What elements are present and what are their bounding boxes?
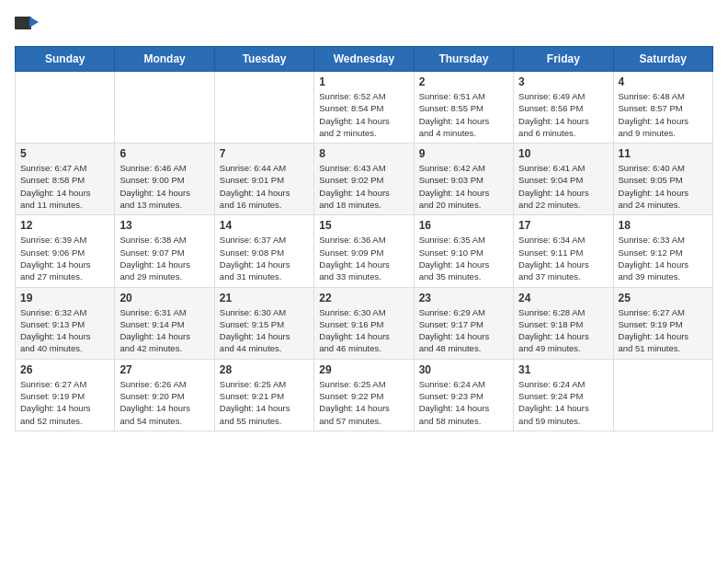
calendar-row-0: 1Sunrise: 6:52 AM Sunset: 8:54 PM Daylig… xyxy=(16,72,713,144)
calendar-row-2: 12Sunrise: 6:39 AM Sunset: 9:06 PM Dayli… xyxy=(16,215,713,287)
day-number: 17 xyxy=(518,219,608,232)
calendar-cell-0-0 xyxy=(16,72,115,144)
day-info: Sunrise: 6:32 AM Sunset: 9:13 PM Dayligh… xyxy=(20,306,109,355)
day-number: 4 xyxy=(619,75,708,88)
day-info: Sunrise: 6:44 AM Sunset: 9:01 PM Dayligh… xyxy=(220,162,309,211)
day-info: Sunrise: 6:28 AM Sunset: 9:18 PM Dayligh… xyxy=(518,306,608,355)
calendar-cell-3-0: 19Sunrise: 6:32 AM Sunset: 9:13 PM Dayli… xyxy=(16,287,115,359)
day-number: 31 xyxy=(518,363,608,376)
calendar-row-3: 19Sunrise: 6:32 AM Sunset: 9:13 PM Dayli… xyxy=(16,287,713,359)
day-info: Sunrise: 6:27 AM Sunset: 9:19 PM Dayligh… xyxy=(20,378,109,427)
svg-rect-0 xyxy=(15,17,31,29)
day-number: 9 xyxy=(419,147,508,160)
day-number: 11 xyxy=(619,147,708,160)
weekday-header-wednesday: Wednesday xyxy=(314,47,414,72)
day-info: Sunrise: 6:24 AM Sunset: 9:24 PM Dayligh… xyxy=(518,378,608,427)
calendar-cell-4-1: 27Sunrise: 6:26 AM Sunset: 9:20 PM Dayli… xyxy=(115,359,214,431)
calendar-cell-3-1: 20Sunrise: 6:31 AM Sunset: 9:14 PM Dayli… xyxy=(115,287,214,359)
calendar-row-4: 26Sunrise: 6:27 AM Sunset: 9:19 PM Dayli… xyxy=(16,359,713,431)
day-info: Sunrise: 6:25 AM Sunset: 9:21 PM Dayligh… xyxy=(220,378,309,427)
day-info: Sunrise: 6:35 AM Sunset: 9:10 PM Dayligh… xyxy=(419,234,508,282)
calendar-cell-3-2: 21Sunrise: 6:30 AM Sunset: 9:15 PM Dayli… xyxy=(214,287,313,359)
calendar-cell-1-2: 7Sunrise: 6:44 AM Sunset: 9:01 PM Daylig… xyxy=(214,144,313,215)
weekday-header-thursday: Thursday xyxy=(414,47,513,72)
day-number: 24 xyxy=(518,292,608,304)
weekday-header-row: SundayMondayTuesdayWednesdayThursdayFrid… xyxy=(16,47,713,72)
calendar-cell-2-1: 13Sunrise: 6:38 AM Sunset: 9:07 PM Dayli… xyxy=(115,215,214,287)
calendar-cell-3-6: 25Sunrise: 6:27 AM Sunset: 9:19 PM Dayli… xyxy=(613,287,712,359)
day-number: 8 xyxy=(319,147,408,160)
day-number: 21 xyxy=(220,292,309,304)
weekday-header-monday: Monday xyxy=(115,47,214,72)
calendar-cell-1-3: 8Sunrise: 6:43 AM Sunset: 9:02 PM Daylig… xyxy=(314,144,414,215)
calendar-cell-2-2: 14Sunrise: 6:37 AM Sunset: 9:08 PM Dayli… xyxy=(214,215,313,287)
logo xyxy=(15,15,44,35)
day-number: 12 xyxy=(20,219,109,232)
weekday-header-sunday: Sunday xyxy=(16,47,115,72)
day-info: Sunrise: 6:51 AM Sunset: 8:55 PM Dayligh… xyxy=(419,90,508,139)
weekday-header-saturday: Saturday xyxy=(613,47,712,72)
page-header xyxy=(15,15,713,35)
day-number: 30 xyxy=(419,363,508,376)
calendar-cell-4-5: 31Sunrise: 6:24 AM Sunset: 9:24 PM Dayli… xyxy=(514,359,613,431)
day-info: Sunrise: 6:48 AM Sunset: 8:57 PM Dayligh… xyxy=(619,90,708,139)
day-info: Sunrise: 6:39 AM Sunset: 9:06 PM Dayligh… xyxy=(20,234,109,282)
day-number: 18 xyxy=(619,219,708,232)
calendar-cell-0-6: 4Sunrise: 6:48 AM Sunset: 8:57 PM Daylig… xyxy=(613,72,712,144)
day-number: 19 xyxy=(20,292,109,304)
day-info: Sunrise: 6:52 AM Sunset: 8:54 PM Dayligh… xyxy=(319,90,408,139)
day-info: Sunrise: 6:24 AM Sunset: 9:23 PM Dayligh… xyxy=(419,378,508,427)
day-number: 13 xyxy=(119,219,209,232)
day-info: Sunrise: 6:38 AM Sunset: 9:07 PM Dayligh… xyxy=(119,234,209,282)
calendar-cell-0-4: 2Sunrise: 6:51 AM Sunset: 8:55 PM Daylig… xyxy=(414,72,513,144)
day-number: 15 xyxy=(319,219,408,232)
day-info: Sunrise: 6:36 AM Sunset: 9:09 PM Dayligh… xyxy=(319,234,408,282)
day-info: Sunrise: 6:42 AM Sunset: 9:03 PM Dayligh… xyxy=(419,162,508,211)
svg-marker-1 xyxy=(29,17,39,28)
calendar-cell-1-5: 10Sunrise: 6:41 AM Sunset: 9:04 PM Dayli… xyxy=(514,144,613,215)
day-info: Sunrise: 6:30 AM Sunset: 9:15 PM Dayligh… xyxy=(220,306,309,355)
calendar-cell-0-5: 3Sunrise: 6:49 AM Sunset: 8:56 PM Daylig… xyxy=(514,72,613,144)
weekday-header-friday: Friday xyxy=(514,47,613,72)
weekday-header-tuesday: Tuesday xyxy=(214,47,313,72)
logo-icon xyxy=(15,15,40,35)
day-number: 5 xyxy=(20,147,109,160)
calendar-cell-2-3: 15Sunrise: 6:36 AM Sunset: 9:09 PM Dayli… xyxy=(314,215,414,287)
calendar-cell-4-2: 28Sunrise: 6:25 AM Sunset: 9:21 PM Dayli… xyxy=(214,359,313,431)
calendar-cell-3-4: 23Sunrise: 6:29 AM Sunset: 9:17 PM Dayli… xyxy=(414,287,513,359)
day-info: Sunrise: 6:27 AM Sunset: 9:19 PM Dayligh… xyxy=(619,306,708,355)
day-number: 23 xyxy=(419,292,508,304)
calendar-cell-1-6: 11Sunrise: 6:40 AM Sunset: 9:05 PM Dayli… xyxy=(613,144,712,215)
day-number: 10 xyxy=(518,147,608,160)
day-number: 27 xyxy=(119,363,209,376)
day-number: 26 xyxy=(20,363,109,376)
calendar-cell-4-4: 30Sunrise: 6:24 AM Sunset: 9:23 PM Dayli… xyxy=(414,359,513,431)
day-info: Sunrise: 6:46 AM Sunset: 9:00 PM Dayligh… xyxy=(119,162,209,211)
day-number: 14 xyxy=(220,219,309,232)
day-info: Sunrise: 6:37 AM Sunset: 9:08 PM Dayligh… xyxy=(220,234,309,282)
calendar-cell-4-0: 26Sunrise: 6:27 AM Sunset: 9:19 PM Dayli… xyxy=(16,359,115,431)
calendar-cell-3-3: 22Sunrise: 6:30 AM Sunset: 9:16 PM Dayli… xyxy=(314,287,414,359)
day-number: 25 xyxy=(619,292,708,304)
day-info: Sunrise: 6:43 AM Sunset: 9:02 PM Dayligh… xyxy=(319,162,408,211)
day-number: 1 xyxy=(319,75,408,88)
calendar-cell-4-6 xyxy=(613,359,712,431)
calendar-cell-2-6: 18Sunrise: 6:33 AM Sunset: 9:12 PM Dayli… xyxy=(613,215,712,287)
day-number: 20 xyxy=(119,292,209,304)
day-info: Sunrise: 6:25 AM Sunset: 9:22 PM Dayligh… xyxy=(319,378,408,427)
day-info: Sunrise: 6:31 AM Sunset: 9:14 PM Dayligh… xyxy=(119,306,209,355)
calendar-cell-3-5: 24Sunrise: 6:28 AM Sunset: 9:18 PM Dayli… xyxy=(514,287,613,359)
day-info: Sunrise: 6:49 AM Sunset: 8:56 PM Dayligh… xyxy=(518,90,608,139)
calendar-cell-0-3: 1Sunrise: 6:52 AM Sunset: 8:54 PM Daylig… xyxy=(314,72,414,144)
calendar-cell-2-4: 16Sunrise: 6:35 AM Sunset: 9:10 PM Dayli… xyxy=(414,215,513,287)
day-number: 16 xyxy=(419,219,508,232)
calendar-cell-0-1 xyxy=(115,72,214,144)
day-number: 22 xyxy=(319,292,408,304)
day-info: Sunrise: 6:33 AM Sunset: 9:12 PM Dayligh… xyxy=(619,234,708,282)
day-info: Sunrise: 6:41 AM Sunset: 9:04 PM Dayligh… xyxy=(518,162,608,211)
day-info: Sunrise: 6:29 AM Sunset: 9:17 PM Dayligh… xyxy=(419,306,508,355)
day-number: 29 xyxy=(319,363,408,376)
calendar-row-1: 5Sunrise: 6:47 AM Sunset: 8:58 PM Daylig… xyxy=(16,144,713,215)
calendar-cell-2-0: 12Sunrise: 6:39 AM Sunset: 9:06 PM Dayli… xyxy=(16,215,115,287)
calendar-cell-1-1: 6Sunrise: 6:46 AM Sunset: 9:00 PM Daylig… xyxy=(115,144,214,215)
